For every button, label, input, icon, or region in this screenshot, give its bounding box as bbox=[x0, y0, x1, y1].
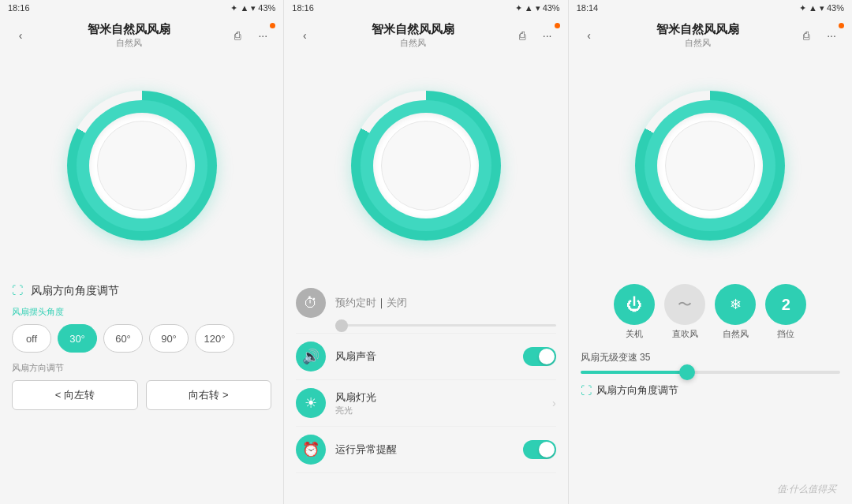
status-bar-2: 18:16 ✦ ▲ ▾ 43% bbox=[284, 0, 568, 16]
time-3: 18:14 bbox=[577, 3, 599, 13]
more-button-2[interactable]: ··· bbox=[536, 24, 559, 47]
sound-icon-circle: 🔊 bbox=[296, 342, 326, 371]
light-label: 风扇灯光 bbox=[335, 390, 543, 405]
signal-icon-3: ▲ bbox=[809, 3, 817, 13]
more-button-3[interactable]: ··· bbox=[820, 24, 843, 47]
direct-circle[interactable]: 〜 bbox=[664, 284, 705, 325]
share-button-2[interactable]: ⎙ bbox=[511, 24, 533, 47]
angle-120[interactable]: 120° bbox=[195, 324, 234, 353]
power-label: 关机 bbox=[626, 328, 643, 340]
right-rotate-btn[interactable]: 向右转 > bbox=[146, 380, 272, 410]
back-button-2[interactable]: ‹ bbox=[293, 24, 316, 47]
qa-gear: 2 挡位 bbox=[765, 284, 806, 340]
sound-toggle[interactable] bbox=[523, 347, 556, 366]
light-content: 风扇灯光 亮光 bbox=[335, 390, 543, 416]
left-rotate-btn[interactable]: < 向左转 bbox=[12, 380, 138, 410]
speed-fill bbox=[581, 371, 685, 374]
timer-row: ⏱ 预约定时｜关闭 bbox=[296, 280, 555, 334]
chevron-right-icon: › bbox=[552, 397, 556, 409]
natural-circle[interactable]: ❄ bbox=[715, 284, 756, 325]
share-button-3[interactable]: ⎙ bbox=[795, 24, 817, 47]
timer-label: 预约定时｜关闭 bbox=[335, 296, 407, 310]
alert-icon-circle: ⏰ bbox=[296, 435, 326, 465]
speed-thumb bbox=[679, 364, 695, 380]
timer-slider[interactable] bbox=[335, 324, 555, 327]
app-subtitle-1: 自然风 bbox=[32, 37, 226, 49]
status-bar-1: 18:16 ✦ ▲ ▾ 43% bbox=[0, 0, 284, 16]
direct-icon: 〜 bbox=[678, 295, 692, 314]
status-bar-3: 18:14 ✦ ▲ ▾ 43% bbox=[569, 0, 852, 16]
panel-3: ‹ 智米自然风风扇 自然风 ⎙ ··· bbox=[569, 16, 852, 504]
signal-icon-2: ▲ bbox=[525, 3, 533, 13]
bluetooth-icon-3: ✦ bbox=[799, 3, 806, 13]
fan-display-2 bbox=[284, 55, 567, 276]
header-1: ‹ 智米自然风风扇 自然风 ⎙ ··· bbox=[0, 16, 283, 55]
alert-content: 运行异常提醒 bbox=[335, 442, 513, 457]
timer-header: ⏱ 预约定时｜关闭 bbox=[296, 288, 555, 318]
gear-number: 2 bbox=[782, 296, 790, 314]
light-icon-circle: ☀ bbox=[296, 388, 326, 418]
angle-title-text: 风扇方向角度调节 bbox=[31, 284, 119, 298]
alert-label: 运行异常提醒 bbox=[335, 442, 513, 457]
alert-row: ⏰ 运行异常提醒 bbox=[296, 427, 555, 473]
fan-display-1 bbox=[0, 55, 283, 276]
qa-natural: ❄ 自然风 bbox=[715, 284, 756, 340]
alert-toggle[interactable] bbox=[523, 440, 556, 459]
header-right-3: ⎙ ··· bbox=[795, 24, 843, 47]
angle-30[interactable]: 30° bbox=[58, 324, 97, 353]
angle-60[interactable]: 60° bbox=[103, 324, 143, 353]
time-1: 18:16 bbox=[8, 3, 30, 13]
status-icons-1: ✦ ▲ ▾ 43% bbox=[230, 3, 275, 13]
watermark: 值·什么值得买 bbox=[777, 483, 836, 496]
app-title-1: 智米自然风风扇 bbox=[32, 22, 226, 37]
fan-circle-3 bbox=[635, 91, 785, 241]
title-area-3: 智米自然风风扇 自然风 bbox=[600, 22, 795, 49]
back-button-3[interactable]: ‹ bbox=[578, 24, 600, 47]
power-circle[interactable]: ⏻ bbox=[614, 284, 655, 325]
status-icons-3: ✦ ▲ ▾ 43% bbox=[799, 3, 844, 13]
title-area-2: 智米自然风风扇 自然风 bbox=[316, 22, 510, 49]
angle-off[interactable]: off bbox=[12, 324, 51, 353]
fan-ring-innermost-1 bbox=[97, 121, 187, 211]
app-title-2: 智米自然风风扇 bbox=[316, 22, 510, 37]
panel1-controls: ⛶ 风扇方向角度调节 风扇摆头角度 off 30° 60° 90° 120° 风… bbox=[0, 276, 283, 422]
qa-direct: 〜 直吹风 bbox=[664, 284, 705, 340]
speed-slider[interactable] bbox=[581, 371, 840, 374]
dir-subtitle: 风扇方向调节 bbox=[12, 362, 271, 374]
status-icons-2: ✦ ▲ ▾ 43% bbox=[515, 3, 560, 13]
time-2: 18:16 bbox=[292, 3, 314, 13]
notification-dot-3 bbox=[839, 23, 844, 28]
bluetooth-icon-2: ✦ bbox=[515, 3, 522, 13]
direct-label: 直吹风 bbox=[672, 328, 698, 340]
fan-ring-innermost-3 bbox=[665, 121, 755, 211]
share-button-1[interactable]: ⎙ bbox=[226, 24, 248, 47]
angle-icon: ⛶ bbox=[12, 284, 26, 298]
wifi-icon-2: ▾ bbox=[536, 3, 540, 13]
light-sublabel: 亮光 bbox=[335, 405, 543, 416]
header-2: ‹ 智米自然风风扇 自然风 ⎙ ··· bbox=[284, 16, 567, 55]
qa-power: ⏻ 关机 bbox=[614, 284, 655, 340]
direction-buttons: < 向左转 向右转 > bbox=[12, 380, 271, 410]
panel-1: ‹ 智米自然风风扇 自然风 ⎙ ··· ⛶ bbox=[0, 16, 284, 504]
gear-circle[interactable]: 2 bbox=[765, 284, 806, 325]
battery-1: 43% bbox=[258, 3, 275, 13]
power-icon: ⏻ bbox=[626, 296, 642, 314]
notification-dot-2 bbox=[555, 23, 560, 28]
battery-3: 43% bbox=[827, 3, 844, 13]
sound-right bbox=[523, 347, 556, 366]
sound-content: 风扇声音 bbox=[335, 349, 513, 364]
more-button-1[interactable]: ··· bbox=[252, 24, 274, 47]
angle-mini-row: ⛶ 风扇方向角度调节 bbox=[581, 383, 840, 398]
app-subtitle-2: 自然风 bbox=[316, 37, 510, 49]
wifi-icon-3: ▾ bbox=[820, 3, 824, 13]
angle-title-row: ⛶ 风扇方向角度调节 bbox=[12, 284, 271, 298]
sound-label: 风扇声音 bbox=[335, 349, 513, 364]
header-right-1: ⎙ ··· bbox=[226, 24, 274, 47]
app-subtitle-3: 自然风 bbox=[600, 37, 795, 49]
back-button-1[interactable]: ‹ bbox=[9, 24, 32, 47]
panel-2: ‹ 智米自然风风扇 自然风 ⎙ ··· bbox=[284, 16, 568, 504]
fan-light-row[interactable]: ☀ 风扇灯光 亮光 › bbox=[296, 380, 555, 427]
signal-icon: ▲ bbox=[240, 3, 248, 13]
header-right-2: ⎙ ··· bbox=[511, 24, 559, 47]
angle-90[interactable]: 90° bbox=[149, 324, 189, 353]
